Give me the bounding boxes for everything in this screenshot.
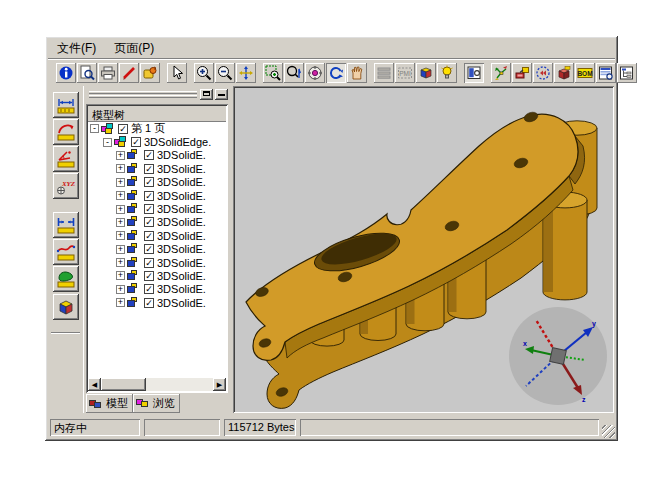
measure-area-button[interactable] (53, 266, 79, 292)
tree-expand-toggle[interactable]: + (116, 151, 125, 160)
tree-list: - ✓ 第 1 页 - ✓ 3DSolidEdge. + ✓ 3DSolidE.… (88, 122, 226, 378)
tree-row[interactable]: + ✓ 3DSolidE. (88, 176, 226, 189)
pmi-label: PMI (399, 70, 411, 77)
visibility-checkbox[interactable]: ✓ (144, 244, 154, 254)
explode-button[interactable] (491, 63, 511, 83)
tree-row[interactable]: + ✓ 3DSolidE. (88, 283, 226, 296)
export-key-button[interactable] (140, 63, 160, 83)
menu-file[interactable]: 文件(F) (48, 39, 105, 58)
lighting-button[interactable] (437, 63, 457, 83)
rotate-target-button[interactable] (305, 63, 325, 83)
axis-y-label: y (592, 320, 596, 328)
visibility-checkbox[interactable]: ✓ (144, 271, 154, 281)
scroll-thumb[interactable] (101, 378, 146, 391)
tree-row[interactable]: + ✓ 3DSolidE. (88, 243, 226, 256)
visibility-checkbox[interactable]: ✓ (144, 204, 154, 214)
measure-angle-button[interactable] (53, 146, 79, 172)
tree-expand-toggle[interactable]: + (116, 164, 125, 173)
panel-hide-button[interactable] (215, 89, 228, 100)
hand-pan-button[interactable] (347, 63, 367, 83)
zoom-window-button[interactable] (263, 63, 283, 83)
visibility-checkbox[interactable]: ✓ (118, 124, 128, 134)
orientation-trackball[interactable]: x y z (509, 307, 607, 405)
resize-grip[interactable] (602, 425, 615, 438)
model-node-icon (114, 136, 129, 148)
markup-pencil-button[interactable] (119, 63, 139, 83)
visibility-checkbox[interactable]: ✓ (144, 217, 154, 227)
tree-expand-toggle[interactable]: - (103, 138, 112, 147)
pan-button[interactable] (236, 63, 256, 83)
menu-page[interactable]: 页面(P) (105, 39, 163, 58)
tab-model[interactable]: 模型 (86, 394, 133, 413)
tree-row[interactable]: + ✓ 3DSolidE. (88, 189, 226, 202)
tree-expand-toggle[interactable]: + (116, 191, 125, 200)
measure-distance-h-button[interactable] (53, 92, 79, 118)
zoom-out-button[interactable] (215, 63, 235, 83)
tree-expand-toggle[interactable]: + (116, 285, 125, 294)
print-button[interactable] (98, 63, 118, 83)
visibility-checkbox[interactable]: ✓ (144, 258, 154, 268)
measure-radius-button[interactable] (53, 119, 79, 145)
layers-button[interactable] (374, 63, 394, 83)
model-tree-button[interactable] (617, 63, 637, 83)
visibility-checkbox[interactable]: ✓ (131, 137, 141, 147)
move-part-button[interactable] (512, 63, 532, 83)
tree-expand-toggle[interactable]: + (116, 178, 125, 187)
tree-node-label: 3DSolidE. (157, 270, 206, 282)
parts-list-button[interactable] (596, 63, 616, 83)
visibility-checkbox[interactable]: ✓ (144, 231, 154, 241)
measure-3d-button[interactable] (53, 294, 79, 320)
measure-coordinate-button[interactable]: XYZ (53, 173, 79, 199)
viewport-3d[interactable]: x y z (233, 86, 614, 413)
tab-browse[interactable]: 浏览 (133, 394, 180, 413)
tree-node-label: 第 1 页 (131, 122, 165, 136)
side-panel-button[interactable] (464, 63, 484, 83)
tree-row[interactable]: + ✓ 3DSolidE. (88, 216, 226, 229)
visibility-checkbox[interactable]: ✓ (144, 164, 154, 174)
visibility-checkbox[interactable]: ✓ (144, 284, 154, 294)
panel-gripper[interactable] (89, 90, 197, 100)
measure-length-button[interactable] (53, 212, 79, 238)
tree-row[interactable]: - ✓ 3DSolidEdge. (88, 135, 226, 148)
scroll-left-arrow[interactable]: ◀ (88, 378, 101, 391)
tree-expand-toggle[interactable]: + (116, 205, 125, 214)
tree-node-label: 3DSolidEdge. (144, 136, 211, 148)
tree-row[interactable]: + ✓ 3DSolidE. (88, 202, 226, 215)
tree-row[interactable]: + ✓ 3DSolidE. (88, 229, 226, 242)
rotate-part-button[interactable] (533, 63, 553, 83)
tree-expand-toggle[interactable]: + (116, 258, 125, 267)
zoom-in-button[interactable] (194, 63, 214, 83)
panel-float-button[interactable] (200, 89, 213, 100)
scroll-right-arrow[interactable]: ▶ (213, 378, 226, 391)
tree-row[interactable]: + ✓ 3DSolidE. (88, 149, 226, 162)
visibility-checkbox[interactable]: ✓ (144, 191, 154, 201)
menu-bar: 文件(F) 页面(P) (48, 39, 615, 58)
tree-hscrollbar[interactable]: ◀ ▶ (88, 378, 226, 391)
tree-expand-toggle[interactable]: + (116, 298, 125, 307)
visibility-checkbox[interactable]: ✓ (144, 177, 154, 187)
print-preview-button[interactable] (77, 63, 97, 83)
toolbar-separator (51, 332, 80, 334)
tree-expand-toggle[interactable]: + (116, 271, 125, 280)
tree-row[interactable]: + ✓ 3DSolidE. (88, 256, 226, 269)
zoom-dynamic-button[interactable] (284, 63, 304, 83)
measure-curve-button[interactable] (53, 239, 79, 265)
pmi-button[interactable]: PMI (395, 63, 415, 83)
tree-expand-toggle[interactable]: + (116, 231, 125, 240)
app-window: 文件(F) 页面(P) PMI BOM (45, 36, 618, 441)
about-button[interactable] (56, 63, 76, 83)
bom-button[interactable]: BOM (575, 63, 595, 83)
visibility-checkbox[interactable]: ✓ (144, 298, 154, 308)
visibility-checkbox[interactable]: ✓ (144, 150, 154, 160)
hide-part-button[interactable] (554, 63, 574, 83)
tree-row[interactable]: - ✓ 第 1 页 (88, 122, 226, 135)
tree-expand-toggle[interactable]: + (116, 245, 125, 254)
tree-row[interactable]: + ✓ 3DSolidE. (88, 162, 226, 175)
tree-row[interactable]: + ✓ 3DSolidE. (88, 296, 226, 309)
tree-row[interactable]: + ✓ 3DSolidE. (88, 269, 226, 282)
named-views-button[interactable] (416, 63, 436, 83)
select-button[interactable] (167, 63, 187, 83)
tree-expand-toggle[interactable]: + (116, 218, 125, 227)
spin-button[interactable] (326, 63, 346, 83)
tree-expand-toggle[interactable]: - (90, 124, 99, 133)
